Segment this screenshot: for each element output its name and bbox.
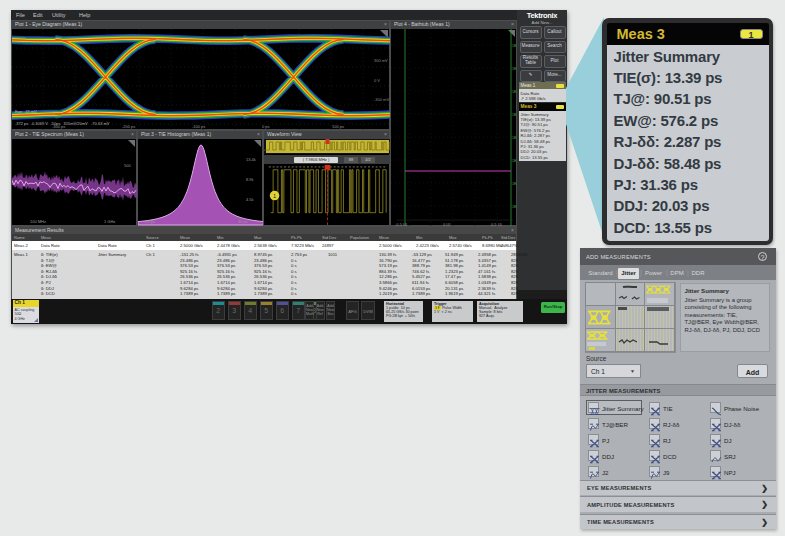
svg-text:1: 1 [273,192,276,198]
svg-text:13.4k: 13.4k [246,157,256,162]
svg-text:-28 ps: -28 ps [144,219,155,224]
svg-text:4.5k: 4.5k [246,197,254,202]
svg-text:30 ps: 30 ps [238,219,248,224]
svg-text:8.9k: 8.9k [246,177,254,182]
svg-text:1 GHz: 1 GHz [104,219,115,224]
svg-text:500: 500 [124,163,131,168]
svg-text:100 MHz: 100 MHz [30,219,46,224]
